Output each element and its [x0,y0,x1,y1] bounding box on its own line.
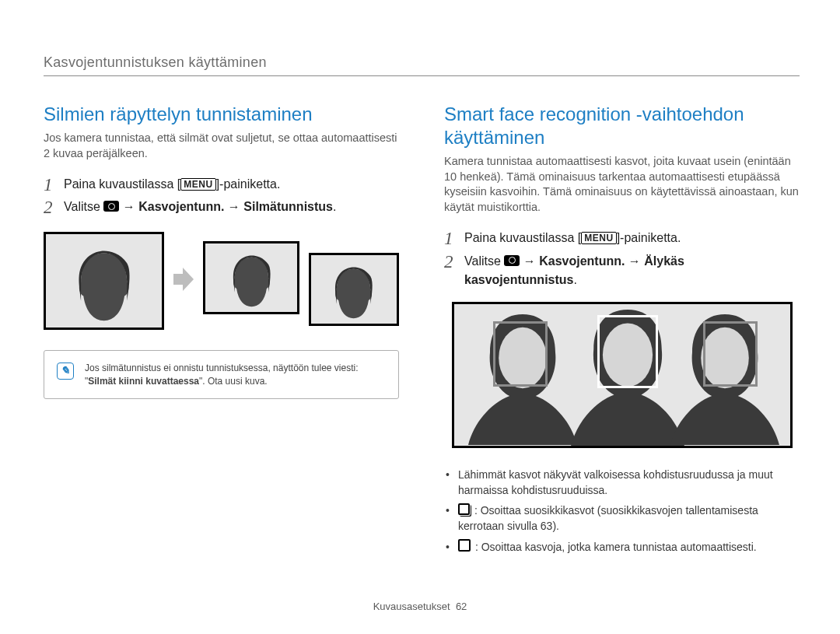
right-step-1: 1 Paina kuvaustilassa [MENU]-painiketta. [444,229,800,248]
focus-box-white [597,315,658,388]
menu-button-label: MENU [581,232,616,244]
step-number: 1 [444,229,464,248]
step-number: 1 [44,175,64,194]
step-number: 2 [44,198,64,217]
focus-box-gray [703,321,758,387]
blink-illustration-row [44,232,399,330]
bullet-3-text: : Osoittaa kasvoja, jotka kamera tunnist… [472,541,757,553]
bullet-item: Lähimmät kasvot näkyvät valkoisessa kohd… [446,467,800,499]
step2-bold-path: → Kasvojentunn. → Silmätunnistus [119,200,333,213]
favorite-face-frame-icon [458,503,470,515]
group-photo-illustration [452,302,793,448]
camera-icon [504,255,520,266]
footer-page-number: 62 [456,601,467,612]
blink-photo-large [44,232,164,330]
footer-section-label: Kuvausasetukset [373,601,450,612]
step1-text-pre: Paina kuvaustilassa [ [64,177,180,191]
step-number: 2 [444,252,464,271]
bullet-list: Lähimmät kasvot näkyvät valkoisessa kohd… [444,467,800,555]
bullet-item: : Osoittaa suosikkikasvot (suosikkikasvo… [446,503,800,534]
step1-text-post: ]-painiketta. [617,231,681,244]
note-icon: ✎ [57,363,74,380]
step2-text-end: . [573,273,576,286]
bullet-2-text: : Osoittaa suosikkikasvot (suosikkikasvo… [458,504,758,532]
face-silhouette-icon [62,245,145,328]
bullet-1-text: Lähimmät kasvot näkyvät valkoisessa kohd… [458,468,773,496]
left-section-title: Silmien räpyttelyn tunnistaminen [44,103,399,126]
step2-text-pre: Valitse [64,200,103,213]
camera-icon [103,201,119,212]
right-intro-text: Kamera tunnistaa automaattisesti kasvot,… [444,154,800,215]
left-step-2: 2 Valitse → Kasvojentunn. → Silmätunnist… [44,198,399,217]
bullet-item: : Osoittaa kasvoja, jotka kamera tunnist… [446,539,800,555]
auto-face-frame-icon [458,539,471,552]
right-column: Smart face recognition -vaihtoehdon käyt… [444,103,800,566]
arrow-right-icon [173,268,194,294]
page-footer: Kuvausasetukset 62 [0,601,840,612]
page-header: Kasvojentunnistuksen käyttäminen [44,54,800,76]
menu-button-label: MENU [180,178,215,191]
note-box: ✎ Jos silmätunnistus ei onnistu tunnistu… [44,350,399,400]
step1-text-pre: Paina kuvaustilassa [ [464,231,581,244]
focus-box-gray [493,321,548,387]
left-step-1: 1 Paina kuvaustilassa [MENU]-painiketta. [44,175,399,194]
blink-photo-small-2 [309,253,399,326]
face-silhouette-icon [323,263,384,323]
left-column: Silmien räpyttelyn tunnistaminen Jos kam… [44,103,399,566]
step2-text-pre: Valitse [464,254,504,268]
note-text-bold: Silmät kiinni kuvattaessa [88,376,199,387]
right-section-title: Smart face recognition -vaihtoehdon käyt… [444,103,800,149]
step2-text-end: . [333,200,336,213]
left-intro-text: Jos kamera tunnistaa, että silmät ovat s… [44,131,399,161]
note-text-post: ". Ota uusi kuva. [199,376,268,387]
right-step-2: 2 Valitse → Kasvojentunn. → Älykäs kasvo… [444,252,800,289]
step1-text-post: ]-painiketta. [216,177,281,191]
face-silhouette-icon [219,251,285,311]
blink-photo-small-1 [203,241,299,314]
